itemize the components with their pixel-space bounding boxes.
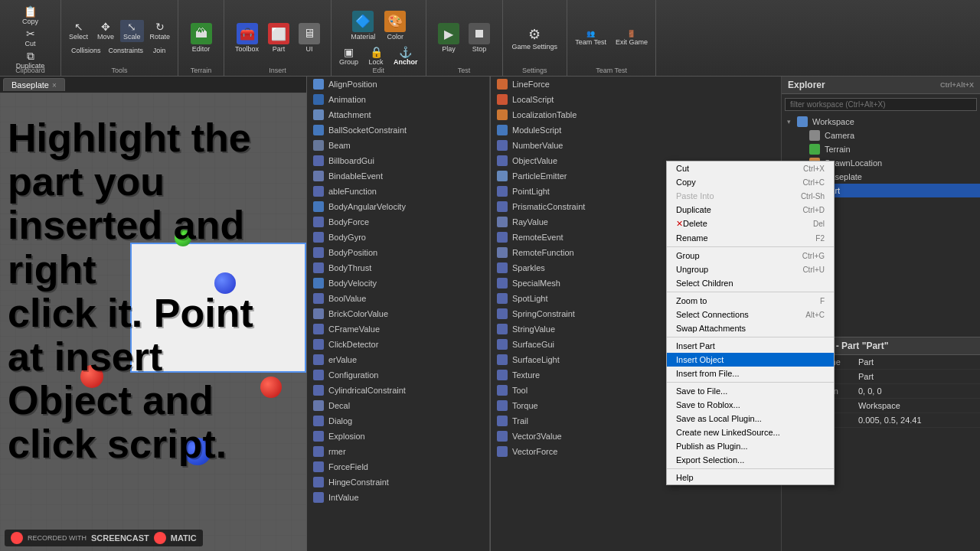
insert-item[interactable]: BillboardGui [307,153,489,168]
material-button[interactable]: 🔷 Material [348,9,378,42]
group-button[interactable]: ▣ Group [336,45,361,67]
ctx-menu-item[interactable]: Rename F2 [667,231,834,245]
insert-item[interactable]: RayValue [491,214,674,230]
insert-item[interactable]: ParticleEmitter [491,168,674,184]
insert-item[interactable]: Vector3Value [491,429,674,444]
insert-item[interactable]: SpringConstraint [491,306,674,321]
editor-button[interactable]: 🏔 Editor [188,21,215,54]
insert-item[interactable]: LocalScript [491,92,674,107]
team-test-button[interactable]: 👥 Team Test [572,28,609,47]
ui-button[interactable]: 🖥 UI [296,21,323,54]
ctx-menu-item[interactable]: Duplicate Ctrl+D [667,203,834,217]
insert-item[interactable]: BrickColorValue [307,306,489,321]
insert-item[interactable]: PrismaticConstraint [491,199,674,214]
insert-item[interactable]: SpotLight [491,291,674,306]
selected-part[interactable] [130,243,306,373]
constraints-button[interactable]: Constraints [106,45,147,56]
baseplate-tab[interactable]: Baseplate × [3,78,65,91]
insert-item[interactable]: Dialog [307,413,489,429]
ctx-menu-item[interactable]: Select Children [667,276,834,290]
insert-item[interactable]: RemoteFunction [491,245,674,260]
ctx-menu-item[interactable]: Help [667,471,834,484]
insert-item[interactable]: LineForce [491,77,674,92]
insert-item[interactable]: SurfaceLight [491,352,674,367]
insert-item[interactable]: SurfaceGui [491,337,674,352]
select-button[interactable]: ↖ Select [66,20,91,42]
collisions-button[interactable]: Collisions [68,45,104,56]
ctx-menu-item[interactable]: Insert Part [667,339,834,353]
prop-value[interactable]: 0, 0, 0 [854,384,980,398]
tab-close-button[interactable]: × [52,81,57,90]
insert-item[interactable]: StringValue [491,321,674,337]
insert-item[interactable]: Tool [491,383,674,398]
insert-item[interactable]: SpecialMesh [491,276,674,291]
insert-item[interactable]: CylindricalConstraint [307,383,489,398]
rotate-button[interactable]: ↻ Rotate [147,20,174,42]
exit-game-button[interactable]: 🚪 Exit Game [612,28,651,47]
prop-value[interactable]: 0.005, 0.5, 24.41 [854,413,980,427]
insert-item[interactable]: Configuration [307,367,489,383]
ctx-menu-item[interactable]: Create new LinkedSource... [667,425,834,439]
ctx-menu-item[interactable]: Swap Attachments [667,321,834,335]
tree-item[interactable]: ▾ Workspace [782,115,980,129]
insert-item[interactable]: BoolValue [307,291,489,306]
insert-item[interactable]: Animation [307,92,489,107]
explorer-search[interactable] [785,98,977,111]
insert-item[interactable]: Beam [307,138,489,153]
copy-button[interactable]: 📋 Copy [19,5,42,27]
anchor-button[interactable]: ⚓ Anchor [390,45,421,67]
insert-item[interactable]: ModuleScript [491,122,674,138]
ctx-menu-item[interactable]: Insert from File... [667,367,834,380]
insert-item[interactable]: Texture [491,367,674,383]
insert-item[interactable]: erValue [307,352,489,367]
insert-item[interactable]: HingeConstraint [307,474,489,490]
insert-item[interactable]: BodyGyro [307,230,489,245]
insert-item[interactable]: Decal [307,398,489,413]
insert-item[interactable]: PointLight [491,184,674,199]
insert-item[interactable]: BindableEvent [307,168,489,184]
scale-button[interactable]: ⤡ Scale [120,20,144,42]
ctx-menu-item[interactable]: Select Connections Alt+C [667,308,834,321]
insert-item[interactable]: BodyAngularVelocity [307,199,489,214]
ctx-menu-item[interactable]: Ungroup Ctrl+U [667,262,834,276]
toolbox-button[interactable]: 🧰 Toolbox [232,21,262,54]
insert-item[interactable]: Sparkles [491,260,674,276]
insert-item[interactable]: BodyForce [307,214,489,230]
ctx-menu-item[interactable]: Insert Object [667,353,834,367]
ctx-menu-item[interactable]: Copy Ctrl+C [667,175,834,189]
insert-item[interactable]: AlignPosition [307,77,489,92]
insert-item[interactable]: LocalizationTable [491,107,674,122]
insert-item[interactable]: Torque [491,398,674,413]
insert-item[interactable]: ableFunction [307,184,489,199]
insert-item[interactable]: ObjectValue [491,153,674,168]
ctx-menu-item[interactable]: Save to Roblox... [667,398,834,412]
insert-item[interactable]: ClickDetector [307,337,489,352]
move-button[interactable]: ✥ Move [94,20,117,42]
ctx-menu-item[interactable]: Cut Ctrl+X [667,161,834,175]
ctx-menu-item[interactable]: Publish as Plugin... [667,439,834,453]
tree-item[interactable]: Terrain [782,142,980,156]
insert-item[interactable]: Attachment [307,107,489,122]
insert-item[interactable]: IntValue [307,490,489,505]
insert-item[interactable]: CFrameValue [307,321,489,337]
insert-item[interactable]: NumberValue [491,138,674,153]
ctx-menu-item[interactable]: Export Selection... [667,453,834,467]
play-button[interactable]: ▶ Play [435,21,462,54]
lock-button[interactable]: 🔒 Lock [364,45,387,67]
insert-item[interactable]: VectorForce [491,444,674,459]
color-button[interactable]: 🎨 Color [381,9,409,42]
part-button[interactable]: ⬜ Part [265,21,292,54]
ctx-menu-item[interactable]: Group Ctrl+G [667,249,834,262]
insert-item[interactable]: BodyVelocity [307,276,489,291]
prop-value[interactable]: Part [854,370,980,383]
prop-value[interactable]: Workspace [854,399,980,412]
insert-item[interactable]: Explosion [307,429,489,444]
ctx-menu-item[interactable]: Zoom to F [667,294,834,308]
ctx-menu-item[interactable]: Save to File... [667,384,834,398]
game-settings-button[interactable]: ⚙ Game Settings [508,24,563,53]
insert-item[interactable]: BodyPosition [307,245,489,260]
prop-value[interactable]: Part [854,355,980,369]
insert-item[interactable]: Trail [491,413,674,429]
join-button[interactable]: Join [148,45,171,56]
tree-item[interactable]: Camera [782,129,980,142]
